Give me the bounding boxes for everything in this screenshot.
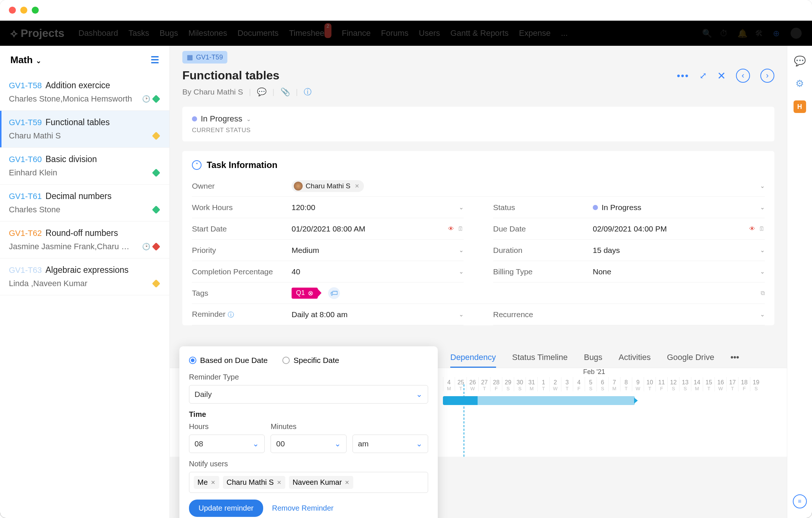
tag-chip[interactable]: Q1⊗ xyxy=(292,288,318,299)
task-people: Charles Stone xyxy=(9,205,60,215)
remove-reminder-button[interactable]: Remove Reminder xyxy=(272,504,334,512)
task-people: Charu Mathi S xyxy=(9,131,61,141)
right-rail: 💬 ⚙ H ≡ xyxy=(787,46,812,518)
section-title: Task Information xyxy=(207,160,278,170)
priority-value[interactable]: Medium xyxy=(292,246,459,255)
update-reminder-button[interactable]: Update reminder xyxy=(189,500,263,517)
notify-users-input[interactable]: Me✕Charu Mathi S✕Naveen Kumar✕ xyxy=(189,472,428,493)
chevron-down-icon[interactable]: ⌄ xyxy=(760,247,765,254)
priority-diamond-icon xyxy=(152,206,161,214)
tab-activities[interactable]: Activities xyxy=(619,353,651,368)
calendar-icon[interactable]: 🗓 xyxy=(458,226,464,232)
chevron-down-icon: ⌄ xyxy=(416,390,423,399)
minimize-window-icon[interactable] xyxy=(20,7,27,14)
remove-tag-icon[interactable]: ⊗ xyxy=(308,289,313,297)
chevron-down-icon[interactable]: ⌄ xyxy=(459,247,464,254)
tab-more[interactable]: ••• xyxy=(730,353,739,368)
remove-owner-icon[interactable]: ✕ xyxy=(355,183,359,189)
help-icon[interactable]: H xyxy=(794,100,806,113)
completion-value[interactable]: 40 xyxy=(292,267,459,276)
user-chip-label: Me xyxy=(197,478,208,487)
chevron-down-icon[interactable]: ⌄ xyxy=(459,268,464,275)
tab-dependency[interactable]: Dependency xyxy=(450,353,496,368)
due-date-label: Due Date xyxy=(493,224,593,233)
tab-google-drive[interactable]: Google Drive xyxy=(667,353,714,368)
reminder-type-select[interactable]: Daily⌄ xyxy=(189,385,428,404)
chevron-down-icon[interactable]: ⌄ xyxy=(760,311,765,318)
attachment-icon[interactable]: 📎 xyxy=(281,88,290,96)
due-date-value[interactable]: 02/09/2021 04:00 PM xyxy=(593,224,749,233)
task-list-item[interactable]: GV1-T61Decimal numbersCharles Stone xyxy=(0,185,169,222)
status-dropdown[interactable]: In Progress ⌄ xyxy=(192,114,765,124)
extension-icon[interactable]: ⚙ xyxy=(795,78,804,89)
chat-icon[interactable]: 💬 xyxy=(794,55,806,67)
sidebar-title[interactable]: Math⌄ xyxy=(10,54,41,66)
task-sidebar: Math⌄ ☰ GV1-T58Addition exerciceCharles … xyxy=(0,46,170,518)
minutes-select[interactable]: 00⌄ xyxy=(271,435,346,453)
filter-icon[interactable]: ☰ xyxy=(151,54,159,66)
chevron-down-icon[interactable]: ⌄ xyxy=(760,182,765,189)
radio-due-date[interactable]: Based on Due Date xyxy=(189,356,268,365)
task-list-item[interactable]: GV1-T58Addition exerciceCharles Stone,Mo… xyxy=(0,74,169,111)
remove-user-icon[interactable]: ✕ xyxy=(211,479,216,486)
clone-icon[interactable]: ⧉ xyxy=(761,290,765,296)
chevron-down-icon[interactable]: ⌄ xyxy=(459,204,464,211)
task-author: By Charu Mathi S xyxy=(182,88,243,96)
close-window-icon[interactable] xyxy=(9,7,16,14)
recurrence-label: Recurrence xyxy=(493,310,593,319)
status-dot-icon xyxy=(593,205,598,210)
chevron-down-icon[interactable]: ⌄ xyxy=(459,311,464,318)
add-tag-icon[interactable]: 🏷 xyxy=(328,287,340,299)
gantt-day-column: 4M xyxy=(443,377,455,391)
radio-specific-date[interactable]: Specific Date xyxy=(282,356,339,365)
user-chip[interactable]: Naveen Kumar✕ xyxy=(289,476,353,489)
prev-button[interactable]: ‹ xyxy=(736,69,750,83)
gantt-chart: Feb '21 4M25T26W27T28F29S30S31M1T2W3T4F5… xyxy=(443,368,787,457)
maximize-window-icon[interactable] xyxy=(32,7,39,14)
collapse-toggle-icon[interactable]: ˄ xyxy=(192,160,202,170)
tab-status-timeline[interactable]: Status Timeline xyxy=(512,353,568,368)
owner-name: Charu Mathi S xyxy=(306,182,350,190)
task-crumb[interactable]: ▦GV1-T59 xyxy=(182,51,227,64)
hours-select[interactable]: 08⌄ xyxy=(189,435,265,453)
duration-value[interactable]: 15 days xyxy=(593,246,760,255)
work-hours-value[interactable]: 120:00 xyxy=(292,203,459,212)
reminder-value[interactable]: Daily at 8:00 am xyxy=(292,310,459,319)
chevron-down-icon[interactable]: ⌄ xyxy=(760,268,765,275)
expand-icon[interactable]: ⤢ xyxy=(699,71,707,81)
ampm-select[interactable]: am⌄ xyxy=(352,435,428,453)
gantt-day-column: 11F xyxy=(656,377,667,391)
billing-value[interactable]: None xyxy=(593,267,760,276)
task-list-item[interactable]: GV1-T62Round-off numbersJasmine Jasmine … xyxy=(0,222,169,258)
remove-user-icon[interactable]: ✕ xyxy=(345,479,350,486)
gantt-day-column: 10T xyxy=(644,377,656,391)
gantt-bar[interactable] xyxy=(443,396,635,405)
owner-chip[interactable]: Charu Mathi S ✕ xyxy=(292,180,364,192)
task-list-item[interactable]: GV1-T59Functional tablesCharu Mathi S xyxy=(0,111,169,148)
task-list-item[interactable]: GV1-T60Basic divisionEinhard Klein xyxy=(0,148,169,185)
user-chip[interactable]: Charu Mathi S✕ xyxy=(223,476,285,489)
tab-bugs[interactable]: Bugs xyxy=(584,353,602,368)
calendar-icon[interactable]: 🗓 xyxy=(759,226,765,232)
info-icon[interactable]: ⓘ xyxy=(304,87,312,97)
gantt-day-column: 8T xyxy=(620,377,632,391)
next-button[interactable]: › xyxy=(760,69,774,83)
close-icon[interactable]: ✕ xyxy=(717,70,726,82)
user-chip[interactable]: Me✕ xyxy=(194,476,219,489)
chevron-down-icon[interactable]: ⌄ xyxy=(760,204,765,211)
start-date-value[interactable]: 01/20/2021 08:00 AM xyxy=(292,224,448,233)
more-menu-icon[interactable]: ••• xyxy=(677,70,689,82)
task-title: Basic division xyxy=(45,154,97,164)
info-icon[interactable]: ⓘ xyxy=(228,311,234,318)
status-value[interactable]: In Progress xyxy=(593,203,760,212)
gantt-month-label: Feb '21 xyxy=(583,368,605,376)
task-title: Functional tables xyxy=(45,117,110,127)
task-list-item[interactable]: GV1-T63Algebraic expressionsLinda ,Navee… xyxy=(0,258,169,295)
fab-menu-icon[interactable]: ≡ xyxy=(793,494,807,508)
reminder-popup: Based on Due Date Specific Date Reminder… xyxy=(179,346,438,518)
remove-user-icon[interactable]: ✕ xyxy=(277,479,282,486)
gantt-day-column: 14M xyxy=(691,377,703,391)
comment-icon[interactable]: 💬 xyxy=(257,88,266,96)
gantt-day-column: 9W xyxy=(632,377,644,391)
priority-diamond-icon xyxy=(152,169,161,177)
